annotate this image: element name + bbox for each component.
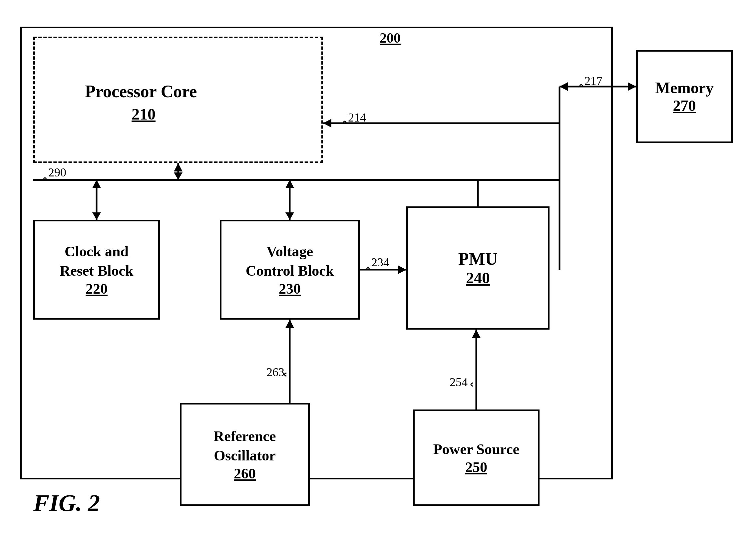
clock-reset-number: 220 (86, 280, 108, 297)
svg-marker-14 (628, 82, 636, 91)
label-200: 200 (380, 30, 401, 46)
ref-oscillator-number: 260 (234, 465, 256, 482)
voltage-control-label: VoltageControl Block (246, 242, 334, 280)
pmu-label: PMU (458, 249, 498, 269)
pmu-box: PMU 240 (406, 206, 550, 330)
power-source-number: 250 (465, 459, 487, 476)
clock-reset-label: Clock andReset Block (60, 242, 133, 280)
power-source-label: Power Source (433, 440, 520, 459)
voltage-control-number: 230 (279, 280, 301, 297)
processor-core-label: Processor Core (85, 82, 197, 101)
memory-label: Memory (655, 79, 714, 97)
figure-label: FIG. 2 (33, 489, 100, 517)
memory-number: 270 (673, 97, 696, 115)
power-source-box: Power Source 250 (413, 409, 540, 506)
processor-core-box: Processor Core 210 (33, 37, 323, 163)
processor-core-number: 210 (132, 105, 156, 123)
voltage-control-box: VoltageControl Block 230 (220, 220, 360, 320)
ref-oscillator-label: ReferenceOscillator (213, 427, 276, 465)
diagram-container: 200 Processor Core 210 Clock andReset Bl… (13, 13, 743, 526)
pmu-number: 240 (466, 269, 490, 287)
memory-box: Memory 270 (636, 50, 733, 143)
clock-reset-box: Clock andReset Block 220 (33, 220, 160, 320)
ref-oscillator-box: ReferenceOscillator 260 (180, 403, 310, 506)
